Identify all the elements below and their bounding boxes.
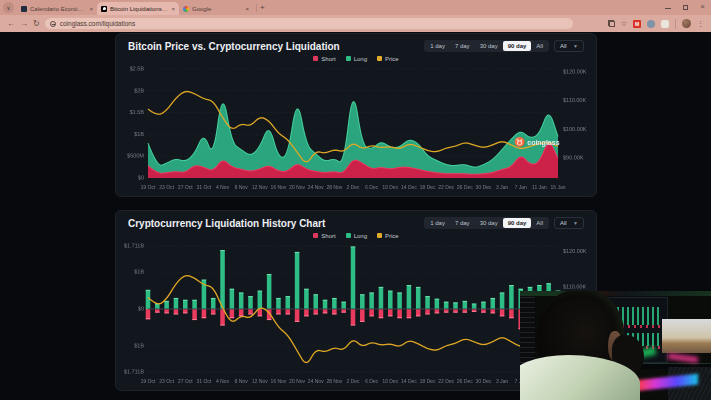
close-icon[interactable]: × — [89, 6, 93, 12]
browser-window: ∨ Calendario Económico | Agenc × Bitcoin… — [0, 0, 711, 400]
range-button-1day[interactable]: 1 day — [425, 218, 450, 228]
page-title: Bitcoin Price vs. Cryptocurrency Liquida… — [128, 41, 340, 52]
site-info-icon[interactable] — [50, 21, 56, 27]
forward-icon[interactable]: → — [20, 19, 28, 29]
long-swatch — [346, 56, 351, 61]
legend-label: Price — [385, 233, 399, 239]
extension-icon-red-m[interactable]: M — [633, 20, 641, 28]
close-icon[interactable]: × — [245, 6, 249, 12]
tab-title: Google — [192, 6, 242, 12]
profile-avatar[interactable] — [682, 19, 691, 28]
legend-label: Price — [385, 56, 399, 62]
legend-item-short: Short — [313, 56, 335, 62]
range-button-7day[interactable]: 7 day — [450, 218, 475, 228]
symbol-dropdown[interactable]: All ▼ — [554, 40, 584, 52]
coinglass-bull-icon: ♉ — [514, 138, 525, 147]
price-swatch — [377, 56, 382, 61]
bookmark-star-icon[interactable]: ☆ — [621, 20, 627, 28]
symbol-dropdown[interactable]: All ▼ — [554, 217, 584, 229]
range-button-30day[interactable]: 30 day — [475, 218, 503, 228]
tab-google[interactable]: Google × — [179, 2, 253, 15]
chart-legend: Short Long Price — [116, 231, 596, 240]
new-tab-button[interactable]: + — [260, 3, 265, 13]
webcam-overlay — [520, 291, 711, 400]
close-icon[interactable]: × — [171, 6, 175, 12]
range-button-all[interactable]: All — [531, 218, 548, 228]
chart-controls: 1 day 7 day 30 day 90 day All All ▼ — [424, 40, 584, 52]
webcam-window-view — [662, 319, 711, 353]
range-button-30day[interactable]: 30 day — [475, 41, 503, 51]
long-swatch — [346, 233, 351, 238]
range-button-7day[interactable]: 7 day — [450, 41, 475, 51]
reload-icon[interactable]: ↻ — [33, 19, 40, 29]
legend-item-long: Long — [346, 233, 367, 239]
webcam-monitor-glow — [520, 291, 711, 296]
browser-toolbar: ← → ↻ coinglass.com/liquidations ☆ M ⋮ — [0, 15, 711, 32]
legend-label: Long — [354, 56, 367, 62]
coinglass-watermark: ♉ coinglass — [514, 138, 560, 147]
translate-icon[interactable] — [608, 20, 615, 27]
webcam-pink-led — [668, 353, 699, 363]
legend-label: Short — [321, 56, 335, 62]
range-button-90day[interactable]: 90 day — [503, 41, 532, 51]
toolbar-divider — [675, 19, 676, 29]
tab-bitcoin-liquidations[interactable]: Bitcoin Liquidations, Cryptocur × — [97, 2, 179, 15]
price-swatch — [377, 233, 382, 238]
range-button-1day[interactable]: 1 day — [425, 41, 450, 51]
symbol-dropdown-value: All — [560, 220, 567, 226]
time-range-group: 1 day 7 day 30 day 90 day All — [424, 40, 549, 52]
browser-menu-icon[interactable]: ⋮ — [697, 20, 704, 28]
short-swatch — [313, 233, 318, 238]
symbol-dropdown-value: All — [560, 43, 567, 49]
tab-strip: ∨ Calendario Económico | Agenc × Bitcoin… — [0, 0, 711, 15]
chart-title: Cryptocurrency Liquidation History Chart — [128, 218, 325, 229]
range-button-90day[interactable]: 90 day — [503, 218, 532, 228]
legend-item-price: Price — [377, 56, 399, 62]
back-icon[interactable]: ← — [7, 19, 15, 29]
tab-separator — [256, 4, 257, 12]
url-text: coinglass.com/liquidations — [60, 20, 136, 27]
tab-calendario-economico[interactable]: Calendario Económico | Agenc × — [17, 2, 97, 15]
legend-item-price: Price — [377, 233, 399, 239]
extension-icon-blue[interactable] — [647, 20, 655, 28]
range-button-all[interactable]: All — [531, 41, 548, 51]
watermark-text: coinglass — [527, 139, 559, 146]
tab-title: Bitcoin Liquidations, Cryptocur — [110, 6, 168, 12]
short-swatch — [313, 56, 318, 61]
legend-label: Short — [321, 233, 335, 239]
chart-legend: Short Long Price — [116, 54, 596, 63]
chevron-down-icon: ∨ — [6, 4, 10, 11]
extension-icon-white[interactable] — [661, 20, 669, 28]
chart-controls: 1 day 7 day 30 day 90 day All All ▼ — [424, 217, 584, 229]
chevron-down-icon: ▼ — [573, 220, 578, 226]
google-favicon — [183, 6, 189, 12]
maximize-icon[interactable] — [683, 5, 688, 10]
close-window-icon[interactable]: × — [700, 3, 705, 11]
time-range-group: 1 day 7 day 30 day 90 day All — [424, 217, 549, 229]
webcam-side-screen — [520, 296, 535, 368]
minimize-icon[interactable] — [665, 8, 671, 9]
toolbar-right-icons: ☆ M ⋮ — [608, 19, 704, 29]
chevron-down-icon: ▼ — [573, 43, 578, 49]
liquidation-area-chart[interactable] — [116, 63, 598, 193]
calendar-site-favicon — [21, 6, 27, 12]
legend-label: Long — [354, 233, 367, 239]
tab-search-button[interactable]: ∨ — [3, 2, 14, 13]
legend-item-long: Long — [346, 56, 367, 62]
window-controls: × — [665, 2, 705, 12]
coinglass-favicon — [101, 6, 107, 12]
chart-card-price-vs-liquidation: Bitcoin Price vs. Cryptocurrency Liquida… — [115, 33, 597, 197]
address-bar[interactable]: coinglass.com/liquidations — [45, 18, 573, 29]
tab-title: Calendario Económico | Agenc — [30, 6, 86, 12]
legend-item-short: Short — [313, 233, 335, 239]
